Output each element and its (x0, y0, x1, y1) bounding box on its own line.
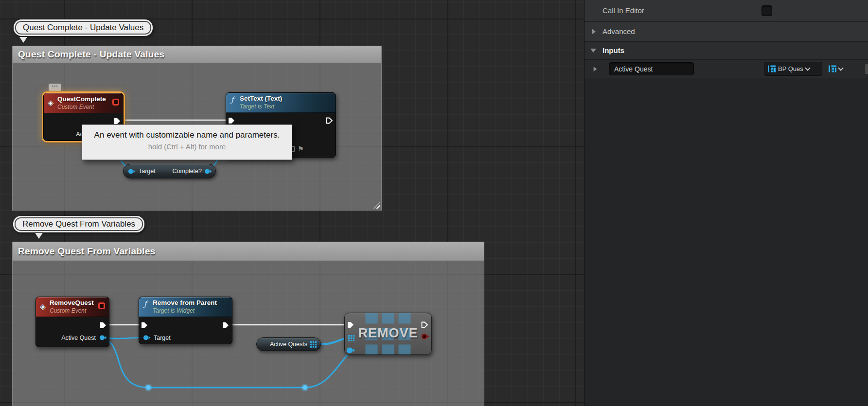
node-subtitle: Custom Event (50, 307, 86, 314)
event-editable-indicator-icon[interactable] (98, 302, 105, 309)
variable-label: Active Quests (270, 341, 307, 348)
exec-in-pin[interactable] (228, 117, 235, 124)
node-array-remove[interactable]: REMOVE (344, 313, 432, 355)
node-subtitle: Target is Text (240, 103, 274, 110)
tooltip: An event with customizable name and para… (82, 124, 292, 160)
custom-event-icon: ◈ (48, 98, 53, 107)
property-label: Call In Editor (602, 6, 644, 15)
target-in-pin[interactable] (143, 335, 151, 341)
chevron-down-icon (838, 65, 843, 71)
column-divider[interactable] (753, 0, 753, 21)
localize-flag-icon[interactable]: ⚑ (298, 145, 304, 153)
container-type-dropdown[interactable]: ♥ (825, 62, 853, 76)
comment-bubble-quest-complete: Quest Complete - Update Values (14, 19, 153, 36)
bubble-tail (19, 37, 27, 43)
bubble-tail (35, 233, 43, 239)
category-row-advanced[interactable]: Advanced (585, 22, 868, 42)
blueprint-editor: Quest Complete - Update Values Remove Qu… (0, 0, 868, 406)
target-pin-label: Target (139, 168, 156, 175)
comment-header[interactable]: Remove Quest From Variables (13, 242, 484, 261)
node-subtitle: Target is Widget (153, 307, 195, 314)
bubble-text: Quest Complete - Update Values (15, 21, 151, 35)
column-divider[interactable] (753, 60, 753, 78)
expander-expanded-icon[interactable] (590, 49, 596, 53)
node-title: Remove from Parent (153, 299, 217, 306)
expander-collapsed-icon[interactable] (592, 29, 596, 35)
function-icon: ƒ (231, 95, 234, 104)
exec-out-pin[interactable] (326, 117, 333, 124)
category-label: Inputs (602, 46, 624, 54)
pin-type-value: BP Ques (778, 65, 803, 72)
array-pin-icon[interactable] (310, 341, 317, 348)
node-header[interactable]: ◈ QuestComplete Custom Event (44, 93, 123, 113)
event-editable-indicator-icon[interactable] (112, 99, 119, 106)
property-row-call-in-editor: Call In Editor (585, 0, 868, 22)
object-type-icon: ♥ (768, 65, 776, 72)
complete-out-pin[interactable] (204, 168, 212, 175)
node-remove-quest-event[interactable]: ◈ RemoveQuest Custom Event Active Quest (35, 297, 109, 347)
node-header[interactable]: ƒ Remove from Parent Target is Widget (139, 297, 232, 317)
function-icon: ƒ (144, 300, 147, 308)
remove-node-label: REMOVE (345, 326, 431, 341)
comment-bubble-remove-quest: Remove Quest From Variables (13, 216, 144, 232)
input-pin-label: Target (154, 335, 171, 341)
svg-text:♥: ♥ (771, 69, 773, 72)
clipped-control-sliver (865, 64, 868, 74)
exec-out-pin[interactable] (421, 321, 428, 328)
exec-in-pin[interactable] (141, 322, 148, 329)
node-title: SetText (Text) (240, 95, 282, 102)
node-title: RemoveQuest (50, 299, 94, 306)
node-comment-bubble-icon[interactable]: ··· (49, 84, 61, 91)
data-out-pin[interactable] (99, 335, 107, 341)
output-pin-label: Active Quest (61, 335, 96, 341)
node-target-complete[interactable]: Target Complete? (123, 164, 216, 178)
call-in-editor-checkbox[interactable] (762, 5, 772, 16)
bubble-text: Remove Quest From Variables (15, 217, 143, 231)
node-header[interactable]: ƒ SetText (Text) Target is Text (226, 93, 336, 113)
property-row-active-quest: ♥ BP Ques ♥ (585, 60, 868, 78)
node-remove-from-parent[interactable]: ƒ Remove from Parent Target is Widget Ta… (139, 297, 232, 344)
tooltip-hint: hold (Ctrl + Alt) for more (82, 142, 292, 151)
input-name-field[interactable] (609, 62, 694, 75)
tooltip-text: An event with customizable name and para… (82, 130, 292, 140)
comment-title: Quest Complete - Update Values (18, 49, 164, 60)
pin-type-dropdown[interactable]: ♥ BP Ques (764, 62, 822, 76)
details-panel: Call In Editor Advanced Inputs (584, 0, 868, 406)
svg-text:♥: ♥ (832, 69, 834, 72)
event-graph-canvas[interactable]: Quest Complete - Update Values Remove Qu… (0, 0, 584, 406)
node-title: QuestComplete (57, 95, 106, 103)
complete-pin-label: Complete? (173, 168, 202, 175)
category-label: Advanced (602, 27, 635, 35)
node-subtitle: Custom Event (57, 104, 94, 110)
container-type-icon: ♥ (829, 65, 836, 72)
exec-in-pin[interactable] (347, 321, 354, 328)
custom-event-icon: ◈ (40, 302, 46, 311)
exec-out-pin[interactable] (222, 322, 230, 329)
array-in-pin[interactable] (348, 335, 354, 341)
node-header[interactable]: ◈ RemoveQuest Custom Event (36, 297, 109, 317)
target-in-pin[interactable] (128, 168, 136, 175)
item-in-pin[interactable] (346, 347, 355, 354)
chevron-down-icon (805, 65, 810, 71)
expander-collapsed-icon[interactable] (594, 67, 597, 71)
exec-out-pin[interactable] (114, 118, 121, 124)
comment-title: Remove Quest From Variables (18, 246, 156, 257)
bool-out-pin[interactable] (421, 333, 429, 340)
comment-header[interactable]: Quest Complete - Update Values (13, 46, 381, 63)
exec-out-pin[interactable] (100, 322, 107, 329)
category-row-inputs[interactable]: Inputs (585, 42, 868, 60)
node-active-quests-variable[interactable]: Active Quests (256, 337, 321, 351)
